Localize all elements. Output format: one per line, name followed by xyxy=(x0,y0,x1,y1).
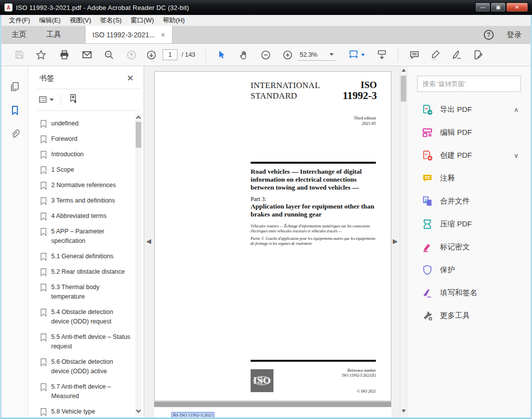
tab-document[interactable]: ISO 11992-3-2021... × xyxy=(85,26,173,43)
search-icon xyxy=(104,50,114,60)
hand-icon xyxy=(239,50,249,60)
page-gap xyxy=(154,402,391,407)
bookmark-item[interactable]: Foreword xyxy=(40,131,131,147)
bookmark-item[interactable]: 5.5 Anti-theft device – Status request xyxy=(40,329,131,354)
zoom-in-icon xyxy=(282,50,293,60)
bookmark-item[interactable]: 5 APP – Parameter specification xyxy=(40,224,131,249)
standard-type-label: INTERNATIONAL STANDARD xyxy=(251,80,320,101)
page-number-input[interactable] xyxy=(163,49,177,60)
pointer-icon xyxy=(216,50,226,60)
tab-tools[interactable]: 工具 xyxy=(36,26,71,43)
help-icon[interactable]: ? xyxy=(484,30,494,40)
zoom-out-button[interactable] xyxy=(258,47,273,62)
menu-view[interactable]: 视图(V) xyxy=(65,15,95,26)
tool-item-create-pdf[interactable]: 创建 PDF ∨ xyxy=(407,144,531,167)
previous-page-arrow[interactable]: ◀ xyxy=(146,237,151,245)
bookmark-item[interactable]: 5.8 Vehicle type xyxy=(40,404,131,418)
chevron-up-icon[interactable]: ∧ xyxy=(514,106,519,113)
hand-tool-button[interactable] xyxy=(236,47,251,62)
menu-edit[interactable]: 编辑(E) xyxy=(35,15,65,26)
tab-bar: 主页 工具 ISO 11992-3-2021... × ? 登录 xyxy=(1,26,531,44)
chevron-down-icon xyxy=(50,99,54,101)
selected-text[interactable]: BS ISO 11992-3:2021 xyxy=(172,412,214,418)
bookmark-item[interactable]: undefined xyxy=(40,116,131,131)
bookmark-item[interactable]: 5.4 Obstacle detection device (ODD) requ… xyxy=(40,305,131,329)
scrollbar-thumb[interactable] xyxy=(401,76,406,102)
select-tool-button[interactable] xyxy=(214,47,229,62)
bookmark-item[interactable]: 1 Scope xyxy=(40,162,131,178)
bookmark-item[interactable]: 4 Abbreviated terms xyxy=(40,209,131,224)
copyright-notice: © ISO 2021 xyxy=(357,389,376,394)
bookmark-item[interactable]: 2 Normative references xyxy=(40,178,131,193)
tool-item-export-pdf[interactable]: 导出 PDF ∧ xyxy=(407,98,531,121)
bookmark-item[interactable]: 5.7 Anti-theft device – Measured xyxy=(40,379,131,404)
minimize-button[interactable]: — xyxy=(475,2,490,12)
highlight-button[interactable] xyxy=(428,47,443,62)
close-button[interactable]: ✕ xyxy=(506,2,528,12)
maximize-button[interactable]: ▣ xyxy=(491,2,506,12)
save-button[interactable] xyxy=(12,47,27,62)
page-thumbnails-icon[interactable] xyxy=(9,81,20,92)
tool-item-edit-pdf[interactable]: 编辑 PDF xyxy=(407,121,531,144)
next-page-button[interactable] xyxy=(144,47,159,62)
tab-home[interactable]: 主页 xyxy=(1,26,36,43)
bookmark-item[interactable]: 3 Terms and definitions xyxy=(40,193,131,209)
toolbar-separator xyxy=(398,48,398,62)
tools-search-input[interactable] xyxy=(417,76,521,92)
attachments-icon[interactable] xyxy=(9,129,20,140)
star-button[interactable] xyxy=(33,47,48,62)
tool-item-compress-pdf[interactable]: 压缩 PDF xyxy=(407,212,531,235)
bookmark-item[interactable]: 5.1 General definitions xyxy=(40,249,131,264)
tool-item-combine-files[interactable]: 合并文件 xyxy=(407,190,531,212)
goto-current-bookmark-button[interactable] xyxy=(68,94,79,106)
sign-in-button[interactable]: 登录 xyxy=(507,30,522,40)
close-panel-icon[interactable]: ✕ xyxy=(127,73,134,84)
bookmarks-icon[interactable] xyxy=(9,105,20,116)
bookmark-item[interactable]: Introduction xyxy=(40,147,131,162)
scroll-down-icon[interactable] xyxy=(402,410,406,413)
tool-item-comment[interactable]: 注释 xyxy=(407,167,531,190)
page-scrolling-button[interactable] xyxy=(374,47,389,62)
menu-sign[interactable]: 签名(S) xyxy=(95,15,126,26)
scroll-down-icon[interactable] xyxy=(136,408,141,413)
tool-item-more-tools[interactable]: 更多工具 xyxy=(407,304,531,327)
chevron-down-icon[interactable]: ∨ xyxy=(514,152,519,159)
bookmarks-scrollbar[interactable] xyxy=(135,114,142,417)
scroll-up-icon[interactable] xyxy=(402,69,406,72)
print-button[interactable] xyxy=(57,47,72,62)
scroll-up-icon[interactable] xyxy=(136,116,141,121)
fit-width-button[interactable] xyxy=(346,47,367,62)
tool-item-protect[interactable]: 保护 xyxy=(407,258,531,281)
highlighter-icon xyxy=(430,49,441,60)
bookmark-item[interactable]: 5.3 Thermal body temperature xyxy=(40,280,131,305)
document-scrollbar[interactable] xyxy=(400,66,407,418)
menu-window[interactable]: 窗口(W) xyxy=(126,15,159,26)
page-total-label: / 143 xyxy=(181,51,195,58)
comment-button[interactable] xyxy=(407,47,422,62)
more-tools-toolbar-button[interactable] xyxy=(471,47,486,62)
sign-button[interactable] xyxy=(449,47,464,62)
previous-page-button[interactable] xyxy=(124,47,139,62)
acrobat-app-icon: A xyxy=(4,3,12,11)
tab-close-icon[interactable]: × xyxy=(161,31,165,39)
bookmark-item[interactable]: 5.2 Rear obstacle distance xyxy=(40,264,131,280)
bookmark-options-button[interactable] xyxy=(38,95,54,105)
email-button[interactable] xyxy=(80,47,94,62)
standard-number: ISO 11992-3 xyxy=(343,80,377,101)
tool-item-fill-sign[interactable]: 填写和签名 xyxy=(407,281,531,304)
navigation-rail xyxy=(1,66,28,418)
bookmark-item[interactable]: 5.6 Obstacle detection device (ODD) acti… xyxy=(40,354,131,379)
title-bar: A ISO 11992-3-2021.pdf - Adobe Acrobat R… xyxy=(0,0,532,15)
print-icon xyxy=(59,50,70,60)
title-english: Road vehicles — Interchange of digital i… xyxy=(251,168,378,192)
next-page-arrow[interactable]: ▶ xyxy=(393,237,398,245)
scrollbar-thumb[interactable] xyxy=(136,122,141,148)
window-frame: 文件(F) 编辑(E) 视图(V) 签名(S) 窗口(W) 帮助(H) 主页 工… xyxy=(0,15,532,419)
zoom-in-button[interactable] xyxy=(280,47,295,62)
menu-help[interactable]: 帮助(H) xyxy=(159,15,189,26)
menu-file[interactable]: 文件(F) xyxy=(4,15,35,26)
search-button[interactable] xyxy=(101,47,116,62)
edition-info: Third edition 2021-05 xyxy=(354,115,376,126)
tool-item-redact[interactable]: 标记密文 xyxy=(407,235,531,258)
zoom-level-select[interactable]: 52.3% xyxy=(298,49,336,61)
